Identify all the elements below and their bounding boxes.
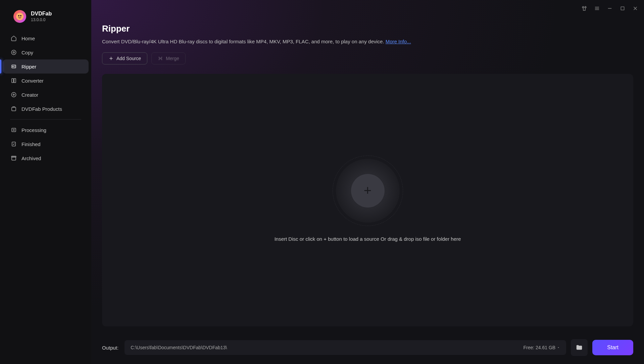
sidebar-item-ripper[interactable]: Ripper	[3, 59, 89, 74]
folder-button[interactable]	[571, 339, 588, 356]
sidebar-item-label: Ripper	[21, 64, 36, 70]
sidebar-item-label: Finished	[21, 141, 41, 147]
sidebar-item-label: Copy	[21, 50, 33, 55]
drop-plus-icon: +	[364, 183, 371, 198]
home-icon	[11, 35, 17, 41]
output-path: C:\Users\fab\Documents\DVDFab\DVDFab13\	[131, 345, 227, 350]
svg-rect-12	[12, 107, 16, 111]
svg-rect-9	[12, 79, 13, 83]
bottom-bar: Output: C:\Users\fab\Documents\DVDFab\DV…	[102, 339, 633, 356]
drop-text: Insert Disc or click on + button to load…	[275, 236, 461, 242]
sidebar-item-converter[interactable]: Converter	[3, 74, 89, 88]
processing-icon	[11, 127, 17, 133]
converter-icon	[11, 78, 17, 84]
sidebar-item-archived[interactable]: Archived	[3, 151, 89, 165]
drop-circle: +	[336, 159, 400, 223]
more-info-link[interactable]: More Info...	[386, 39, 411, 44]
maximize-icon[interactable]	[619, 5, 626, 12]
sidebar-item-label: Processing	[21, 127, 46, 133]
svg-point-4	[13, 52, 15, 53]
plus-icon	[108, 56, 114, 61]
app-version: 13.0.0.0	[31, 17, 52, 22]
content: Ripper Convert DVD/Blu-ray/4K Ultra HD B…	[91, 17, 644, 364]
sidebar-item-home[interactable]: Home	[3, 31, 89, 45]
start-button[interactable]: Start	[592, 340, 633, 355]
folder-icon	[576, 344, 583, 351]
sidebar-item-label: DVDFab Products	[21, 106, 62, 112]
page-title: Ripper	[102, 24, 633, 34]
sidebar-item-creator[interactable]: Creator	[3, 88, 89, 102]
page-description: Convert DVD/Blu-ray/4K Ultra HD Blu-ray …	[102, 39, 633, 44]
sidebar-item-label: Archived	[21, 155, 41, 161]
app-logo-icon	[13, 10, 26, 23]
logo-text: DVDFab 13.0.0.0	[31, 11, 52, 22]
svg-rect-23	[621, 7, 624, 10]
sidebar: DVDFab 13.0.0.0 Home Copy Ri	[0, 0, 91, 364]
main-area: Ripper Convert DVD/Blu-ray/4K Ultra HD B…	[91, 0, 644, 364]
tshirt-icon[interactable]	[581, 5, 588, 12]
sidebar-item-finished[interactable]: Finished	[3, 137, 89, 151]
menu-icon[interactable]	[594, 5, 600, 12]
output-label: Output:	[102, 345, 118, 351]
merge-label: Merge	[166, 56, 179, 61]
chevron-down-icon	[557, 346, 560, 349]
minimize-icon[interactable]	[606, 5, 613, 12]
titlebar	[91, 0, 644, 17]
creator-icon	[11, 92, 17, 98]
merge-button[interactable]: Merge	[151, 52, 186, 64]
copy-icon	[11, 49, 17, 55]
action-buttons: Add Source Merge	[102, 52, 633, 64]
ripper-icon	[11, 63, 17, 70]
add-source-label: Add Source	[116, 56, 141, 61]
drop-area[interactable]: + Insert Disc or click on + button to lo…	[102, 74, 633, 326]
logo-section: DVDFab 13.0.0.0	[0, 7, 91, 31]
svg-point-1	[18, 15, 19, 16]
close-icon[interactable]	[632, 5, 639, 12]
merge-icon	[158, 56, 163, 61]
sidebar-item-label: Creator	[21, 92, 38, 98]
svg-rect-13	[12, 128, 16, 132]
sidebar-item-label: Home	[21, 36, 35, 41]
sidebar-item-processing[interactable]: Processing	[3, 123, 89, 137]
svg-rect-10	[14, 79, 16, 83]
add-source-button[interactable]: Add Source	[102, 52, 147, 64]
sidebar-item-label: Converter	[21, 78, 44, 84]
svg-point-6	[12, 66, 13, 67]
products-icon	[11, 106, 17, 112]
drop-button[interactable]: +	[351, 174, 385, 208]
app-name: DVDFab	[31, 11, 52, 17]
sidebar-item-copy[interactable]: Copy	[3, 45, 89, 59]
finished-icon	[11, 141, 17, 147]
sidebar-item-products[interactable]: DVDFab Products	[3, 102, 89, 116]
output-free[interactable]: Free: 24.61 GB	[523, 345, 560, 350]
nav-section-status: Processing Finished Archived	[0, 123, 91, 165]
nav-divider	[10, 119, 81, 120]
svg-point-0	[16, 13, 23, 20]
nav-section-main: Home Copy Ripper Converter	[0, 31, 91, 116]
svg-point-2	[20, 15, 21, 16]
archived-icon	[11, 155, 17, 161]
svg-point-3	[11, 50, 16, 55]
output-box[interactable]: C:\Users\fab\Documents\DVDFab\DVDFab13\ …	[125, 340, 566, 355]
